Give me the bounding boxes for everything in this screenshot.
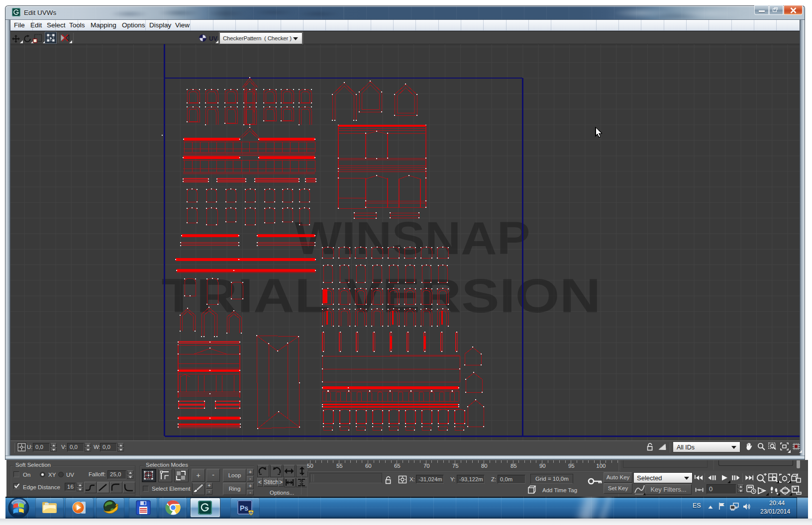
svg-text:WINSNAP: WINSNAP bbox=[295, 212, 530, 264]
svg-text:Ps: Ps bbox=[240, 504, 248, 512]
